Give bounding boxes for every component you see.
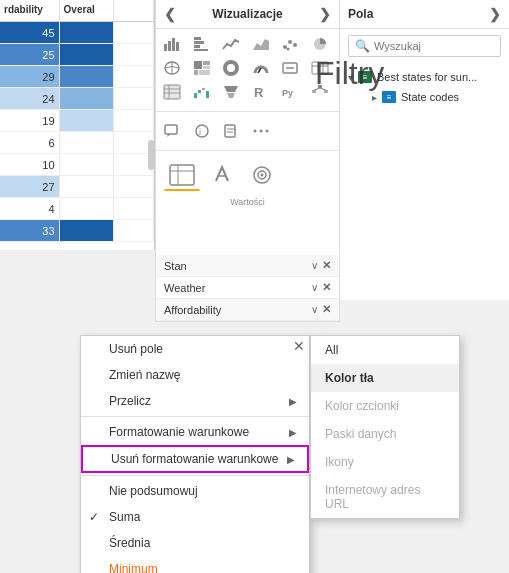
viz-analytics-btn[interactable] bbox=[244, 159, 280, 191]
viz-icon-map[interactable] bbox=[160, 57, 184, 79]
viz-icons-grid-2: i bbox=[156, 116, 339, 146]
context-menu-item-no-sum[interactable]: Nie podsumowuj bbox=[81, 478, 309, 504]
cell: 45 bbox=[0, 22, 60, 43]
svg-point-9 bbox=[283, 45, 287, 49]
table-header-row: rdability Overal bbox=[0, 0, 154, 22]
viz-icon-funnel[interactable] bbox=[219, 81, 243, 103]
svg-rect-35 bbox=[198, 90, 201, 93]
viz-panel-header: ❮ Wizualizacje ❯ bbox=[156, 0, 339, 29]
context-menu-sep1 bbox=[81, 416, 309, 417]
viz-icon-donut[interactable] bbox=[219, 57, 243, 79]
sub-menu-all-label: All bbox=[325, 343, 338, 357]
viz-icon-scatter[interactable] bbox=[278, 33, 302, 55]
svg-rect-42 bbox=[318, 85, 322, 88]
viz-icon-more[interactable] bbox=[249, 120, 273, 142]
viz-icon-gauge[interactable] bbox=[249, 57, 273, 79]
context-menu-remove-field-label: Usuń pole bbox=[109, 342, 163, 356]
viz-icon-treemap[interactable] bbox=[190, 57, 214, 79]
viz-left-arrow[interactable]: ❮ bbox=[164, 6, 176, 22]
svg-rect-26 bbox=[312, 62, 328, 74]
viz-fields-btn[interactable] bbox=[164, 159, 200, 191]
filter-field-affordability[interactable]: Affordability ∨ ✕ bbox=[156, 299, 339, 321]
table-row: 24 bbox=[0, 88, 154, 110]
svg-marker-8 bbox=[253, 39, 269, 50]
context-menu-item-rename[interactable]: Zmień nazwę bbox=[81, 362, 309, 388]
filter-field-stan[interactable]: Stan ∨ ✕ bbox=[156, 255, 339, 277]
viz-icon-smart[interactable]: i bbox=[190, 120, 214, 142]
svg-rect-18 bbox=[203, 66, 210, 69]
sub-menu: All Kolor tła Kolor czcionki Paski danyc… bbox=[310, 335, 460, 519]
submenu-arrow-remove-cf: ▶ bbox=[287, 454, 295, 465]
cell: 25 bbox=[0, 44, 60, 65]
table-row: 4 bbox=[0, 198, 154, 220]
cell bbox=[114, 88, 154, 109]
context-menu-item-avg[interactable]: Średnia bbox=[81, 530, 309, 556]
svg-text:i: i bbox=[199, 127, 201, 137]
viz-icon-pie[interactable] bbox=[308, 33, 332, 55]
svg-rect-34 bbox=[194, 93, 197, 98]
fields-panel: Pola ❯ 🔍 ▾ ≡ Best states for sun... ▸ ≡ … bbox=[340, 0, 509, 300]
fields-right-arrow[interactable]: ❯ bbox=[489, 6, 501, 22]
filter-field-weather[interactable]: Weather ∨ ✕ bbox=[156, 277, 339, 299]
viz-icon-matrix[interactable] bbox=[160, 81, 184, 103]
svg-rect-16 bbox=[194, 61, 202, 69]
viz-format-btn[interactable] bbox=[204, 159, 240, 191]
context-menu-min-label: Minimum bbox=[109, 562, 158, 573]
filter-chevron-affordability[interactable]: ∨ bbox=[311, 304, 318, 315]
context-menu-item-min[interactable]: Minimum bbox=[81, 556, 309, 573]
sub-menu-item-bg-color[interactable]: Kolor tła bbox=[311, 364, 459, 392]
table-row: 45 bbox=[0, 22, 154, 44]
cell bbox=[60, 132, 115, 153]
filter-close-stan[interactable]: ✕ bbox=[322, 259, 331, 272]
filter-close-weather[interactable]: ✕ bbox=[322, 281, 331, 294]
viz-icon-table-viz[interactable] bbox=[308, 57, 332, 79]
context-menu-item-remove-field[interactable]: Usuń pole bbox=[81, 336, 309, 362]
sub-menu-item-all[interactable]: All bbox=[311, 336, 459, 364]
viz-right-arrow[interactable]: ❯ bbox=[319, 6, 331, 22]
cell bbox=[114, 176, 154, 197]
viz-icon-qanda[interactable] bbox=[160, 120, 184, 142]
filter-field-affordability-controls: ∨ ✕ bbox=[311, 303, 331, 316]
context-menu-item-conditional-format[interactable]: Formatowanie warunkowe ▶ bbox=[81, 419, 309, 445]
viz-icon-bar[interactable] bbox=[160, 33, 184, 55]
context-menu-sep2 bbox=[81, 475, 309, 476]
context-menu-item-remove-cf[interactable]: Usuń formatowanie warunkowe ▶ bbox=[81, 445, 309, 473]
filter-fields-panel: Stan ∨ ✕ Weather ∨ ✕ Affordability ∨ ✕ bbox=[155, 255, 340, 322]
viz-icon-paginated[interactable] bbox=[219, 120, 243, 142]
svg-rect-57 bbox=[170, 165, 194, 185]
scrollbar-thumb[interactable] bbox=[148, 140, 154, 170]
context-menu-item-calculate[interactable]: Przelicz ▶ bbox=[81, 388, 309, 414]
filter-chevron-stan[interactable]: ∨ bbox=[311, 260, 318, 271]
viz-icon-decomp[interactable] bbox=[308, 81, 332, 103]
viz-icon-line[interactable] bbox=[219, 33, 243, 55]
svg-point-56 bbox=[265, 130, 268, 133]
cell: 27 bbox=[0, 176, 60, 197]
cell bbox=[114, 44, 154, 65]
search-input[interactable] bbox=[374, 40, 509, 52]
viz-icon-column[interactable] bbox=[190, 33, 214, 55]
filter-chevron-weather[interactable]: ∨ bbox=[311, 282, 318, 293]
submenu-arrow-cf: ▶ bbox=[289, 427, 297, 438]
viz-icon-waterfall[interactable] bbox=[190, 81, 214, 103]
svg-rect-17 bbox=[203, 61, 210, 65]
table-row: 27 bbox=[0, 176, 154, 198]
cell bbox=[60, 154, 115, 175]
viz-icon-r[interactable]: R bbox=[249, 81, 273, 103]
fields-item-best-states[interactable]: ▾ ≡ Best states for sun... bbox=[340, 67, 509, 87]
viz-icon-area[interactable] bbox=[249, 33, 273, 55]
cell: 6 bbox=[0, 132, 60, 153]
fields-item-state-codes[interactable]: ▸ ≡ State codes bbox=[340, 87, 509, 107]
context-menu-close-btn[interactable]: ✕ bbox=[293, 338, 305, 354]
context-menu-item-sum[interactable]: ✓ Suma bbox=[81, 504, 309, 530]
filter-close-affordability[interactable]: ✕ bbox=[322, 303, 331, 316]
svg-point-55 bbox=[259, 130, 262, 133]
viz-icon-py[interactable]: Py bbox=[278, 81, 302, 103]
viz-icon-card[interactable] bbox=[278, 57, 302, 79]
cell: 4 bbox=[0, 198, 60, 219]
context-menu-header: Usuń pole ✕ bbox=[81, 336, 309, 362]
cell bbox=[114, 66, 154, 87]
table-icon: ≡ bbox=[357, 70, 373, 84]
search-box[interactable]: 🔍 bbox=[348, 35, 501, 57]
svg-point-63 bbox=[261, 174, 264, 177]
svg-point-11 bbox=[293, 43, 297, 47]
